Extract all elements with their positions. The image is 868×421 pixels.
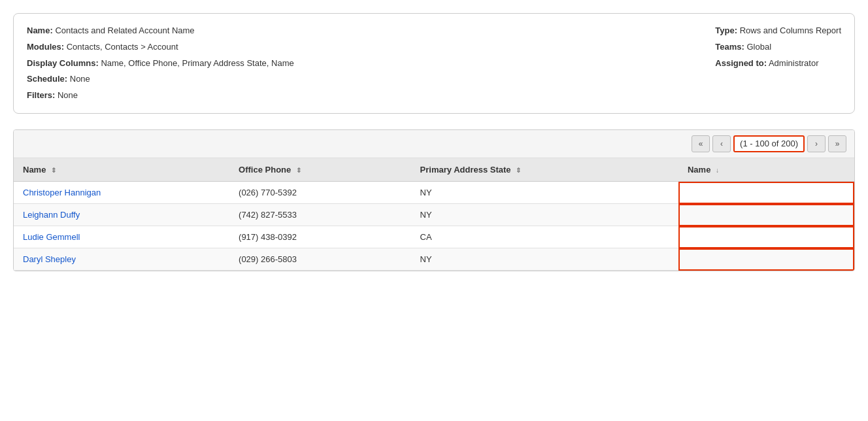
filters-value: None bbox=[58, 90, 78, 100]
schedule-value: None bbox=[70, 74, 90, 84]
col-header-state: Primary Address State ⇕ bbox=[411, 158, 678, 182]
cell-office-phone: (026) 770-5392 bbox=[229, 181, 411, 203]
table-header-row: Name ⇕ Office Phone ⇕ Primary Address St… bbox=[14, 158, 854, 182]
highlight-overlay bbox=[678, 182, 854, 204]
col-header-phone: Office Phone ⇕ bbox=[229, 158, 411, 182]
report-info-box: Name: Contacts and Related Account Name … bbox=[13, 13, 855, 114]
next-page-button[interactable]: › bbox=[807, 135, 826, 152]
display-value: Name, Office Phone, Primary Address Stat… bbox=[101, 58, 293, 68]
col-state-sort-icon[interactable]: ⇕ bbox=[516, 167, 521, 174]
highlight-overlay bbox=[678, 248, 854, 271]
cell-office-phone: (029) 266-5803 bbox=[229, 248, 411, 270]
contact-name-link[interactable]: Leighann Duffy bbox=[23, 210, 80, 220]
type-value: Rows and Columns Report bbox=[740, 25, 841, 35]
schedule-line: Schedule: None bbox=[27, 73, 294, 86]
highlight-overlay bbox=[678, 226, 854, 248]
cell-account-name bbox=[678, 203, 854, 226]
teams-line: Teams: Global bbox=[715, 41, 841, 54]
type-label: Type: bbox=[715, 25, 737, 35]
pagination-bar: « ‹ (1 - 100 of 200) › » bbox=[14, 130, 854, 158]
cell-primary-state: CA bbox=[411, 226, 678, 248]
modules-line: Modules: Contacts, Contacts > Account bbox=[27, 41, 294, 54]
report-table: Name ⇕ Office Phone ⇕ Primary Address St… bbox=[14, 158, 854, 271]
contact-name-link[interactable]: Daryl Shepley bbox=[23, 254, 76, 264]
info-left: Name: Contacts and Related Account Name … bbox=[27, 24, 294, 103]
table-row: Ludie Gemmell(917) 438-0392CA bbox=[14, 226, 854, 248]
cell-office-phone: (917) 438-0392 bbox=[229, 226, 411, 248]
teams-value: Global bbox=[746, 42, 771, 52]
prev-page-button[interactable]: ‹ bbox=[712, 135, 731, 152]
cell-contact-name[interactable]: Christoper Hannigan bbox=[14, 181, 229, 203]
col-phone-sort-icon[interactable]: ⇕ bbox=[296, 167, 301, 174]
last-page-button[interactable]: » bbox=[828, 135, 846, 152]
info-right: Type: Rows and Columns Report Teams: Glo… bbox=[715, 24, 841, 103]
assigned-label: Assigned to: bbox=[715, 58, 767, 68]
name-label: Name: bbox=[27, 25, 53, 35]
filters-line: Filters: None bbox=[27, 89, 294, 103]
modules-value: Contacts, Contacts > Account bbox=[67, 42, 178, 52]
table-row: Christoper Hannigan(026) 770-5392NY bbox=[14, 181, 854, 203]
col-account-name-sort-icon[interactable]: ↓ bbox=[716, 167, 719, 174]
type-line: Type: Rows and Columns Report bbox=[715, 24, 841, 38]
cell-primary-state: NY bbox=[411, 203, 678, 226]
cell-account-name bbox=[678, 248, 854, 270]
cell-contact-name[interactable]: Leighann Duffy bbox=[14, 203, 229, 226]
col-name-label: Name bbox=[23, 165, 46, 175]
assigned-line: Assigned to: Administrator bbox=[715, 57, 841, 71]
col-account-name-label: Name bbox=[688, 165, 710, 175]
cell-account-name bbox=[678, 226, 854, 248]
pagination-info: (1 - 100 of 200) bbox=[733, 135, 805, 152]
contact-name-link[interactable]: Ludie Gemmell bbox=[23, 232, 80, 242]
col-header-name: Name ⇕ bbox=[14, 158, 229, 182]
report-name-line: Name: Contacts and Related Account Name bbox=[27, 24, 294, 38]
col-header-account-name: Name ↓ bbox=[678, 158, 854, 182]
cell-contact-name[interactable]: Ludie Gemmell bbox=[14, 226, 229, 248]
assigned-value: Administrator bbox=[769, 58, 819, 68]
display-label: Display Columns: bbox=[27, 58, 99, 68]
table-row: Leighann Duffy(742) 827-5533NY bbox=[14, 203, 854, 226]
teams-label: Teams: bbox=[715, 42, 744, 52]
cell-contact-name[interactable]: Daryl Shepley bbox=[14, 248, 229, 270]
table-row: Daryl Shepley(029) 266-5803NY bbox=[14, 248, 854, 270]
col-phone-label: Office Phone bbox=[239, 165, 291, 175]
cell-office-phone: (742) 827-5533 bbox=[229, 203, 411, 226]
modules-label: Modules: bbox=[27, 42, 64, 52]
col-state-label: Primary Address State bbox=[420, 165, 511, 175]
report-table-section: « ‹ (1 - 100 of 200) › » Name ⇕ Office P… bbox=[13, 129, 855, 271]
col-name-sort-icon[interactable]: ⇕ bbox=[51, 167, 56, 174]
cell-primary-state: NY bbox=[411, 181, 678, 203]
cell-account-name bbox=[678, 181, 854, 203]
cell-primary-state: NY bbox=[411, 248, 678, 270]
contact-name-link[interactable]: Christoper Hannigan bbox=[23, 188, 101, 197]
schedule-label: Schedule: bbox=[27, 74, 67, 84]
name-value: Contacts and Related Account Name bbox=[55, 25, 194, 35]
first-page-button[interactable]: « bbox=[692, 135, 710, 152]
filters-label: Filters: bbox=[27, 90, 55, 100]
display-columns-line: Display Columns: Name, Office Phone, Pri… bbox=[27, 57, 294, 71]
highlight-overlay bbox=[678, 204, 854, 226]
